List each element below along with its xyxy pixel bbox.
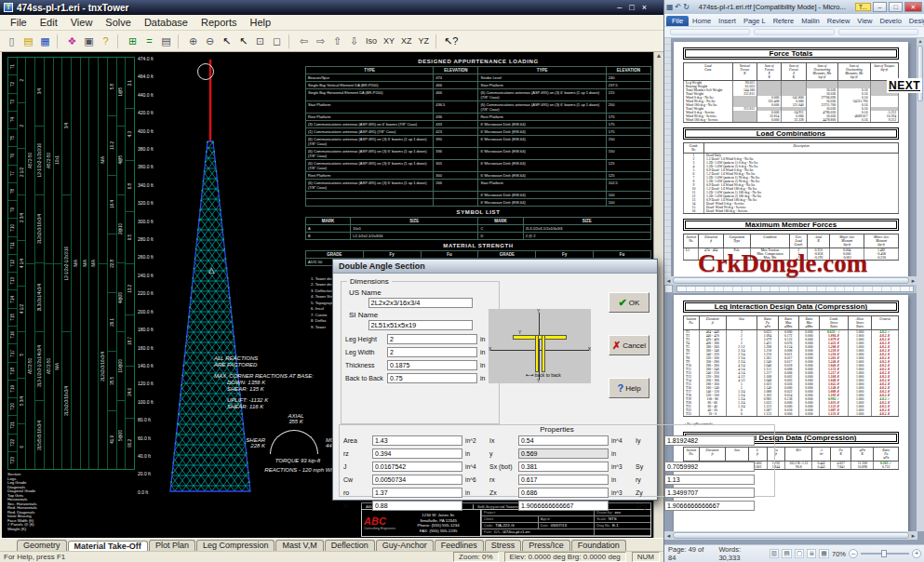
- new-file-icon[interactable]: ▯: [4, 33, 20, 49]
- zoom-slider[interactable]: [861, 553, 909, 555]
- leg-width-input[interactable]: [387, 347, 477, 357]
- pan-icon[interactable]: ◻: [269, 33, 285, 49]
- view-tab[interactable]: Foundation: [571, 540, 626, 551]
- zoom-window-icon[interactable]: ⊡: [252, 33, 268, 49]
- view-iso-button[interactable]: Iso: [363, 33, 380, 49]
- menu-item[interactable]: View: [64, 16, 100, 29]
- sfx-input[interactable]: [518, 501, 609, 511]
- leg-height-input[interactable]: [387, 334, 477, 344]
- separator[interactable]: [435, 33, 440, 49]
- close-icon[interactable]: ×: [642, 3, 647, 12]
- tab-file[interactable]: File: [666, 16, 689, 26]
- context-help-icon[interactable]: ↖?: [443, 33, 459, 49]
- scroll-left-icon[interactable]: ◄: [664, 278, 673, 284]
- draft-view-icon[interactable]: ▦: [819, 549, 829, 558]
- view-tab[interactable]: Guy-Anchor: [376, 540, 434, 551]
- menu-item[interactable]: Help: [244, 16, 278, 29]
- view-tab[interactable]: Plot Plan: [149, 540, 195, 551]
- redo-icon[interactable]: ↻: [683, 3, 690, 11]
- maximize-icon[interactable]: □: [629, 3, 634, 12]
- outline-view-icon[interactable]: ≣: [807, 549, 816, 558]
- rotate-up-icon[interactable]: ⇧: [329, 33, 345, 49]
- input-table-icon[interactable]: ⊞: [125, 33, 141, 49]
- thickness-input[interactable]: [387, 360, 477, 370]
- view-tab[interactable]: Geometry: [17, 540, 67, 551]
- ribbon-tab[interactable]: Review: [824, 16, 854, 26]
- si-name-input[interactable]: [368, 320, 473, 330]
- view-tab[interactable]: Press/Ice: [522, 540, 570, 551]
- ribbon-tab[interactable]: Insert: [715, 16, 740, 26]
- save-icon[interactable]: ▦: [37, 33, 53, 49]
- y-input[interactable]: [518, 448, 609, 459]
- rx-input[interactable]: [518, 475, 609, 485]
- pointer-icon[interactable]: ↖: [219, 33, 234, 49]
- separator[interactable]: [57, 33, 61, 49]
- h-input[interactable]: [372, 501, 462, 511]
- menu-item[interactable]: Solve: [99, 16, 138, 29]
- separator[interactable]: [117, 33, 122, 49]
- view-yz-button[interactable]: YZ: [416, 33, 433, 49]
- zy-input[interactable]: [664, 488, 755, 498]
- report-icon[interactable]: ▤: [158, 33, 174, 49]
- us-name-input[interactable]: [368, 298, 473, 308]
- cw-input[interactable]: [372, 475, 462, 485]
- ok-button[interactable]: ✔ OK: [609, 292, 649, 313]
- dialog-titlebar[interactable]: Double Angle Section: [333, 260, 657, 274]
- back-to-back-input[interactable]: [387, 373, 477, 383]
- separator[interactable]: [288, 33, 293, 49]
- open-file-icon[interactable]: ▤: [20, 33, 36, 49]
- minimize-icon[interactable]: –: [873, 2, 887, 12]
- view-tab[interactable]: Deflection: [325, 540, 375, 551]
- rotate-down-icon[interactable]: ⇩: [346, 33, 362, 49]
- sy-input[interactable]: [664, 462, 755, 472]
- page-indicator[interactable]: Page: 49 of 84: [668, 545, 713, 562]
- maximize-icon[interactable]: □: [889, 2, 903, 12]
- view-tab[interactable]: Mast V,M: [275, 540, 323, 551]
- cancel-button[interactable]: ✗ Cancel: [609, 335, 649, 355]
- ribbon-tab[interactable]: View: [853, 16, 876, 26]
- ix-input[interactable]: [518, 435, 609, 446]
- zoom-out-icon[interactable]: ⊖: [202, 33, 218, 49]
- equals-icon[interactable]: =: [141, 33, 157, 49]
- view-tab[interactable]: Feedlines: [435, 540, 484, 551]
- vertical-scrollbar[interactable]: ▲: [917, 38, 924, 531]
- word-count[interactable]: Words: 30,333: [718, 545, 763, 562]
- horizontal-scrollbar-bottom[interactable]: ◄ ►: [664, 531, 917, 540]
- separator[interactable]: [178, 33, 182, 49]
- help-icon[interactable]: ?: [98, 33, 114, 49]
- rz-input[interactable]: [372, 448, 462, 459]
- ribbon-tab[interactable]: Develo: [876, 16, 904, 26]
- view-tab[interactable]: Leg Compression: [196, 540, 275, 551]
- minimize-icon[interactable]: –: [617, 3, 622, 12]
- tab-selector[interactable]: [664, 285, 673, 293]
- select-node-icon[interactable]: ↖: [235, 33, 251, 49]
- save-icon[interactable]: ▦: [666, 3, 674, 11]
- menu-item[interactable]: Reports: [194, 16, 244, 29]
- ribbon-tab[interactable]: Design: [905, 16, 924, 26]
- view-xz-button[interactable]: XZ: [398, 33, 415, 49]
- iy-input[interactable]: [664, 435, 755, 446]
- zx-input[interactable]: [518, 488, 609, 498]
- menu-item[interactable]: Edit: [33, 16, 64, 29]
- ribbon-tab[interactable]: Mailin: [797, 16, 824, 26]
- web-layout-view-icon[interactable]: ▢: [795, 549, 805, 558]
- view-tab[interactable]: Stress: [485, 540, 522, 551]
- j-input[interactable]: [372, 462, 462, 472]
- zoom-level[interactable]: 70%: [832, 550, 846, 558]
- ribbon-tab[interactable]: Refere: [770, 16, 798, 26]
- area-input[interactable]: [372, 435, 462, 446]
- rotate-right-icon[interactable]: ⇨: [313, 33, 328, 49]
- addon-badge[interactable]: T...: [855, 3, 871, 11]
- ro-input[interactable]: [372, 488, 462, 498]
- rotate-left-icon[interactable]: ⇦: [296, 33, 312, 49]
- ribbon-tab[interactable]: Page L: [740, 16, 770, 26]
- sfy-input[interactable]: [664, 501, 755, 511]
- menu-item[interactable]: File: [4, 16, 33, 29]
- zoom-in-icon[interactable]: ⊕: [185, 33, 201, 49]
- print-icon[interactable]: ▣: [81, 33, 97, 49]
- view-xy-button[interactable]: XY: [381, 33, 397, 49]
- ribbon-tab[interactable]: Home: [689, 16, 715, 26]
- document-pane-top[interactable]: Force Totals Load CaseVertical Forces KS…: [664, 38, 917, 276]
- ry-input[interactable]: [664, 475, 755, 485]
- undo-icon[interactable]: ↶: [676, 3, 682, 11]
